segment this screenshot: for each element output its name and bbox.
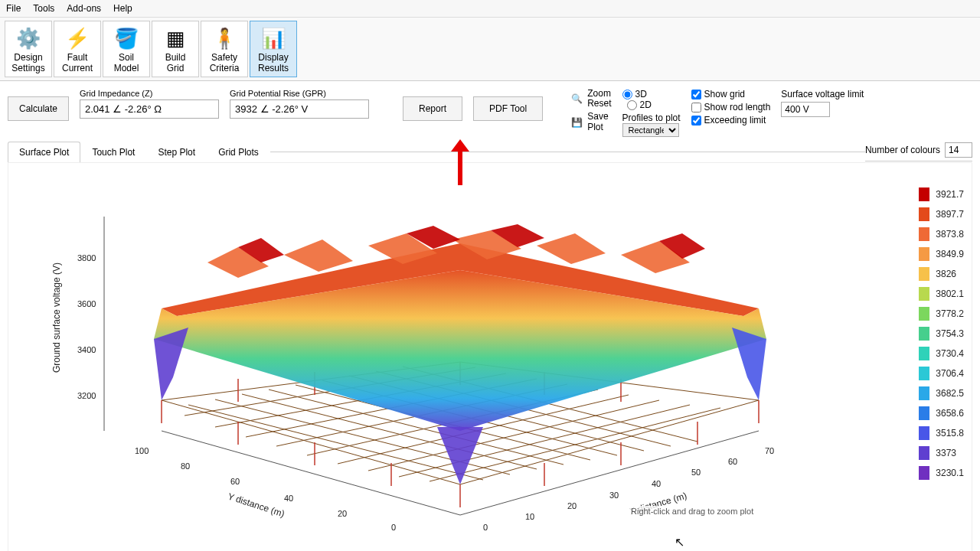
legend-value: 3897.7	[936, 209, 964, 220]
legend-value: 3873.8	[936, 229, 964, 240]
fault-current-button[interactable]: ⚡ FaultCurrent	[54, 21, 101, 77]
profiles-label: Profiles to plot	[622, 112, 681, 123]
zoom-reset-button[interactable]: 🔍 ZoomReset	[569, 89, 611, 109]
lbl: Grid	[167, 63, 185, 73]
legend-swatch	[919, 227, 929, 241]
legend-row: 3730.4	[919, 347, 964, 360]
z-tick: 3400	[77, 345, 96, 354]
report-button[interactable]: Report	[403, 96, 462, 121]
lbl: Build	[165, 52, 186, 63]
surface-chart-icon: 📊	[261, 27, 286, 51]
legend-value: 3682.5	[936, 388, 964, 399]
z-tick: 3800	[77, 253, 96, 262]
legend-swatch	[919, 386, 929, 400]
pylon-icon: ⚡	[65, 27, 90, 51]
legend-row: 3373	[919, 446, 964, 460]
pdf-tool-button[interactable]: PDF Tool	[473, 96, 543, 121]
impedance-field[interactable]	[80, 99, 219, 119]
legend-value: 3706.4	[936, 368, 964, 379]
tab-touch-plot[interactable]: Touch Plot	[80, 142, 146, 162]
legend-row: 3826	[919, 267, 964, 281]
legend-value: 3826	[936, 269, 956, 279]
view-3d-radio[interactable]: 3D	[622, 89, 681, 99]
lbl: Design	[14, 52, 42, 63]
legend-value: 3230.1	[936, 468, 964, 478]
lbl: 2D	[640, 99, 652, 110]
save-plot-button[interactable]: 💾 SavePlot	[569, 112, 611, 132]
svg-marker-40	[284, 240, 353, 272]
exceeding-limit-checkbox[interactable]: Exceeding limit	[691, 115, 771, 126]
lbl: Current	[62, 63, 93, 73]
tab-step-plot[interactable]: Step Plot	[146, 142, 207, 162]
legend-swatch	[919, 187, 929, 201]
build-grid-button[interactable]: ▦ BuildGrid	[152, 21, 199, 77]
gpr-field[interactable]	[230, 99, 369, 119]
show-rod-length-checkbox[interactable]: Show rod length	[691, 102, 771, 112]
x-tick: 60	[728, 457, 737, 466]
magnifier-icon: 🔍	[569, 91, 584, 106]
gpr-label: Grid Potential Rise (GPR)	[230, 89, 369, 98]
lbl: Show grid	[704, 89, 745, 99]
lbl: Soil	[119, 52, 134, 63]
y-tick: 0	[391, 523, 396, 532]
legend-swatch	[919, 247, 929, 261]
legend-swatch	[919, 327, 929, 341]
legend-value: 3921.7	[936, 189, 964, 200]
y-tick: 100	[135, 446, 149, 455]
impedance-label: Grid Impedance (Z)	[80, 89, 219, 98]
legend-value: 3754.3	[936, 328, 964, 339]
surface-limit-field[interactable]	[781, 102, 830, 117]
colour-legend: 3921.73897.73873.83849.938263802.13778.2…	[919, 187, 964, 480]
lbl: Exceeding limit	[704, 115, 766, 126]
lbl: 3D	[635, 89, 647, 99]
z-axis-label: Ground surface voltage (V)	[51, 262, 62, 373]
view-2d-radio[interactable]: 2D	[627, 99, 681, 110]
legend-value: 3658.6	[936, 408, 964, 419]
tab-surface-plot[interactable]: Surface Plot	[8, 142, 80, 162]
plot-hint: Right-click and drag to zoom plot	[629, 506, 756, 517]
lbl: Display	[258, 52, 288, 63]
num-colours-field[interactable]	[945, 142, 972, 158]
x-tick: 50	[691, 468, 701, 477]
legend-value: 3778.2	[936, 308, 964, 319]
y-tick: 40	[284, 494, 293, 503]
menu-help[interactable]: Help	[113, 3, 132, 14]
lbl: Show rod length	[704, 102, 771, 112]
legend-swatch	[919, 267, 929, 281]
legend-value: 3515.8	[936, 428, 964, 439]
menu-addons[interactable]: Add-ons	[67, 3, 101, 14]
safety-criteria-button[interactable]: 🧍 SafetyCriteria	[201, 21, 248, 77]
show-grid-checkbox[interactable]: Show grid	[691, 89, 771, 99]
lbl: Plot	[587, 122, 603, 132]
num-colours-label: Number of colours	[865, 145, 940, 155]
legend-swatch	[919, 287, 929, 301]
design-settings-button[interactable]: ⚙️ DesignSettings	[5, 21, 52, 77]
z-tick: 3600	[77, 299, 96, 308]
legend-value: 3730.4	[936, 348, 964, 359]
menu-file[interactable]: File	[6, 3, 21, 14]
menu-tools[interactable]: Tools	[33, 3, 54, 14]
display-results-button[interactable]: 📊 DisplayResults	[250, 21, 297, 77]
lbl: Safety	[211, 52, 237, 63]
legend-swatch	[919, 426, 929, 440]
legend-swatch	[919, 207, 929, 221]
surface-3d-svg	[8, 163, 820, 546]
lbl: Reset	[587, 98, 611, 109]
legend-swatch	[919, 307, 929, 321]
surface-limit-label: Surface voltage limit	[781, 89, 864, 99]
soil-model-button[interactable]: 🪣 SoilModel	[103, 21, 150, 77]
lbl: Settings	[11, 63, 44, 73]
legend-row: 3897.7	[919, 207, 964, 221]
x-tick: 0	[483, 523, 488, 532]
lbl: Results	[258, 63, 289, 73]
profiles-select[interactable]: Rectangle	[622, 123, 679, 137]
tab-grid-plots[interactable]: Grid Plots	[207, 142, 270, 162]
y-tick: 20	[338, 509, 347, 518]
svg-marker-43	[537, 233, 606, 264]
legend-value: 3849.9	[936, 249, 964, 259]
lbl: Save	[587, 111, 608, 122]
legend-row: 3754.3	[919, 327, 964, 341]
calculate-button[interactable]: Calculate	[8, 96, 69, 121]
lbl: Fault	[67, 52, 88, 63]
surface-plot-canvas[interactable]: 3800 3600 3400 3200 0 20 40 60 80 100 0 …	[8, 162, 972, 551]
